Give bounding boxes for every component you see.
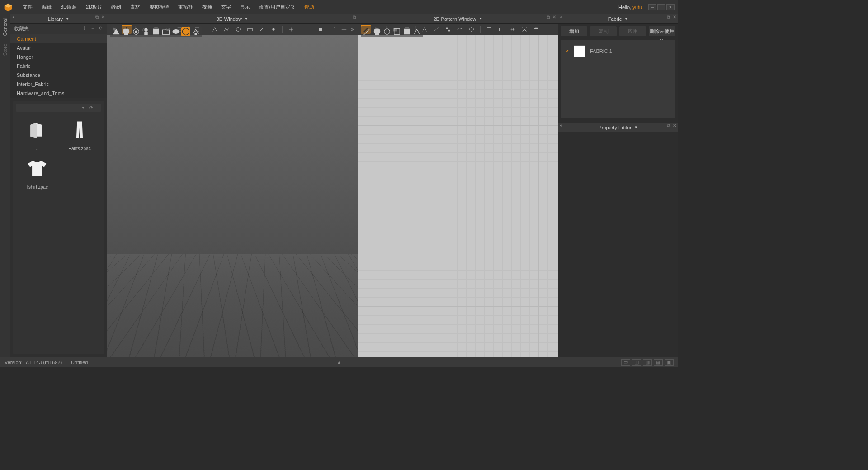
2d-popout-icon[interactable]: ⧉ <box>547 14 550 20</box>
property-dropdown-icon[interactable]: ▼ <box>634 125 638 129</box>
2d-close-icon[interactable]: ✕ <box>552 14 556 20</box>
library-refresh-icon[interactable]: ⟳ <box>89 105 93 111</box>
3d-disp-8[interactable] <box>181 27 190 36</box>
2d-tool-9[interactable] <box>467 25 476 34</box>
layout-preset-4[interactable]: ▦ <box>654 359 663 366</box>
menu-video[interactable]: 视频 <box>198 4 217 10</box>
fabric-add-button[interactable]: 增加 <box>561 26 587 36</box>
3d-popout-icon[interactable]: ⧉ <box>353 14 356 20</box>
3d-tool-11[interactable] <box>245 25 255 34</box>
2d-tool-10[interactable] <box>484 25 494 34</box>
3d-tool-12[interactable] <box>257 25 267 34</box>
3d-dropdown-icon[interactable]: ▼ <box>245 17 248 21</box>
2d-disp-2[interactable] <box>373 27 382 36</box>
3d-tool-10[interactable] <box>233 25 243 34</box>
3d-tool-18[interactable] <box>339 25 349 34</box>
favorites-refresh-icon[interactable]: ⟳ <box>99 25 103 32</box>
layout-preset-5[interactable]: ▣ <box>665 359 674 366</box>
3d-tool-16[interactable] <box>316 25 326 34</box>
3d-tool-15[interactable] <box>304 25 314 34</box>
fabric-swatch[interactable] <box>574 45 585 57</box>
library-item-pants[interactable]: Pants.zpac <box>59 116 100 151</box>
category-substance[interactable]: Substance <box>10 71 107 80</box>
2d-tool-8[interactable] <box>455 25 465 34</box>
2d-disp-1[interactable] <box>363 27 372 36</box>
category-hanger[interactable]: Hanger <box>10 52 107 62</box>
menu-file[interactable]: 文件 <box>18 4 37 10</box>
2d-disp-4[interactable] <box>392 27 401 36</box>
menu-edit[interactable]: 编辑 <box>37 4 56 10</box>
menu-2d-pattern[interactable]: 2D板片 <box>81 4 107 10</box>
fabric-item[interactable]: ✔ FABRIC 1 <box>563 43 673 60</box>
fabric-apply-button[interactable]: 应用 <box>619 26 646 36</box>
3d-disp-4[interactable] <box>142 27 151 36</box>
3d-disp-1[interactable] <box>112 27 121 36</box>
menu-settings[interactable]: 设置/用户自定义 <box>255 4 300 10</box>
3d-disp-3[interactable] <box>132 27 141 36</box>
category-garment[interactable]: Garment <box>10 34 107 43</box>
library-item-tshirt[interactable]: Tshirt.zpac <box>17 155 57 190</box>
2d-tool-7[interactable] <box>443 25 453 34</box>
favorites-download-icon[interactable]: ⭳ <box>82 25 87 32</box>
3d-tool-14[interactable] <box>286 25 296 34</box>
side-tab-general[interactable]: General <box>1 16 9 38</box>
status-expand-icon[interactable]: ▲ <box>337 360 342 365</box>
3d-tool-9[interactable] <box>222 25 231 34</box>
fabric-checked-icon[interactable]: ✔ <box>565 48 569 54</box>
3d-disp-2[interactable] <box>122 27 131 36</box>
library-list-view-icon[interactable]: ≡ <box>96 105 99 111</box>
layout-preset-1[interactable]: ▭ <box>621 359 630 366</box>
2d-tool-12[interactable] <box>508 25 518 34</box>
3d-tool-13[interactable] <box>269 25 278 34</box>
2d-tool-11[interactable] <box>496 25 506 34</box>
menu-help[interactable]: 帮助 <box>300 4 319 10</box>
property-popout-icon[interactable]: ⧉ <box>667 123 670 128</box>
menu-retopo[interactable]: 重拓扑 <box>174 4 198 10</box>
menu-sewing[interactable]: 缝纫 <box>107 4 126 10</box>
fabric-popout-icon[interactable]: ⧉ <box>667 14 670 20</box>
category-hardware-trims[interactable]: Hardware_and_Trims <box>10 89 107 98</box>
3d-tool-8[interactable] <box>210 25 220 34</box>
favorites-add-icon[interactable]: ＋ <box>90 25 95 32</box>
category-fabric[interactable]: Fabric <box>10 62 107 71</box>
2d-viewport[interactable] <box>358 35 558 357</box>
window-minimize-button[interactable]: ━ <box>648 4 656 10</box>
fabric-delete-unused-button[interactable]: 删除未使用的 <box>649 26 675 36</box>
menu-display[interactable]: 显示 <box>236 4 255 10</box>
property-collapse-icon[interactable]: ◂ <box>560 123 562 128</box>
fabric-dropdown-icon[interactable]: ▼ <box>624 17 628 21</box>
3d-disp-9[interactable] <box>191 27 200 36</box>
library-close-icon[interactable]: ✕ <box>101 14 105 20</box>
window-close-button[interactable]: ✕ <box>666 4 675 10</box>
category-avatar[interactable]: Avatar <box>10 43 107 52</box>
category-interior-fabric[interactable]: Interior_Fabric <box>10 80 107 89</box>
2d-disp-6[interactable] <box>412 27 421 36</box>
menu-text[interactable]: 文字 <box>217 4 236 10</box>
library-item-up[interactable]: .. <box>17 116 57 151</box>
3d-tool-17[interactable] <box>327 25 337 34</box>
3d-viewport[interactable] <box>107 35 358 357</box>
window-maximize-button[interactable]: ▢ <box>657 4 665 10</box>
3d-disp-6[interactable] <box>161 27 170 36</box>
library-popout-icon[interactable]: ⧉ <box>95 14 99 20</box>
2d-disp-5[interactable] <box>402 27 411 36</box>
breadcrumb-dropdown-icon[interactable] <box>82 107 85 109</box>
fabric-close-icon[interactable]: ✕ <box>673 14 676 20</box>
2d-tool-6[interactable] <box>431 25 441 34</box>
2d-disp-3[interactable] <box>382 27 392 36</box>
menu-materials[interactable]: 素材 <box>126 4 145 10</box>
2d-dropdown-icon[interactable]: ▼ <box>479 17 482 21</box>
2d-tool-14[interactable] <box>531 25 541 34</box>
fabric-collapse-icon[interactable]: ◂ <box>560 14 562 19</box>
3d-disp-5[interactable] <box>151 27 160 36</box>
3d-disp-7[interactable] <box>171 27 180 36</box>
3d-toolbar-more-icon[interactable]: » <box>351 26 355 33</box>
layout-preset-2[interactable]: ◫ <box>632 359 641 366</box>
fabric-copy-button[interactable]: 复制 <box>590 26 617 36</box>
menu-3d-garment[interactable]: 3D服装 <box>56 4 81 10</box>
library-dropdown-icon[interactable]: ▼ <box>66 17 69 21</box>
layout-preset-3[interactable]: ▥ <box>643 359 652 366</box>
menu-avatar[interactable]: 虚拟模特 <box>145 4 174 10</box>
2d-tool-13[interactable] <box>519 25 529 34</box>
property-close-icon[interactable]: ✕ <box>673 123 676 128</box>
